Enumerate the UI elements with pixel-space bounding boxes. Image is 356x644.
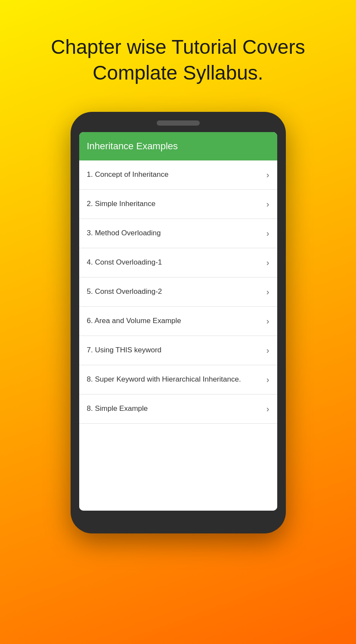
phone-speaker	[157, 120, 200, 126]
menu-item-9[interactable]: 8. Simple Example ›	[79, 394, 277, 424]
menu-list: 1. Concept of Inheritance › 2. Simple In…	[79, 160, 277, 511]
app-header-title: Inheritance Examples	[87, 141, 178, 151]
menu-item-label-6: 6. Area and Volume Example	[87, 316, 262, 326]
menu-item-6[interactable]: 6. Area and Volume Example ›	[79, 307, 277, 336]
menu-item-4[interactable]: 4. Const Overloading-1 ›	[79, 248, 277, 277]
menu-item-label-8: 8. Super Keyword with Hierarchical Inher…	[87, 375, 262, 384]
menu-item-label-9: 8. Simple Example	[87, 404, 262, 413]
menu-item-label-5: 5. Const Overloading-2	[87, 287, 262, 296]
menu-item-label-1: 1. Concept of Inheritance	[87, 170, 262, 179]
chevron-right-icon-6: ›	[266, 316, 269, 326]
menu-item-5[interactable]: 5. Const Overloading-2 ›	[79, 277, 277, 307]
phone-screen: Inheritance Examples 1. Concept of Inher…	[79, 132, 277, 511]
chevron-right-icon-9: ›	[266, 404, 269, 414]
menu-item-label-3: 3. Method Overloading	[87, 228, 262, 238]
chevron-right-icon-1: ›	[266, 170, 269, 180]
page-title: Chapter wise Tutorial Covers Complate Sy…	[25, 34, 331, 86]
menu-item-2[interactable]: 2. Simple Inheritance ›	[79, 190, 277, 219]
menu-item-8[interactable]: 8. Super Keyword with Hierarchical Inher…	[79, 365, 277, 394]
menu-item-3[interactable]: 3. Method Overloading ›	[79, 219, 277, 248]
menu-item-label-4: 4. Const Overloading-1	[87, 258, 262, 267]
phone-mockup: Inheritance Examples 1. Concept of Inher…	[71, 112, 286, 533]
chevron-right-icon-5: ›	[266, 287, 269, 297]
menu-item-7[interactable]: 7. Using THIS keyword ›	[79, 336, 277, 365]
menu-item-label-2: 2. Simple Inheritance	[87, 199, 262, 209]
menu-item-label-7: 7. Using THIS keyword	[87, 345, 262, 355]
chevron-right-icon-7: ›	[266, 345, 269, 355]
menu-item-1[interactable]: 1. Concept of Inheritance ›	[79, 160, 277, 190]
chevron-right-icon-8: ›	[266, 375, 269, 385]
chevron-right-icon-2: ›	[266, 199, 269, 209]
chevron-right-icon-3: ›	[266, 228, 269, 238]
app-header: Inheritance Examples	[79, 132, 277, 160]
chevron-right-icon-4: ›	[266, 258, 269, 268]
